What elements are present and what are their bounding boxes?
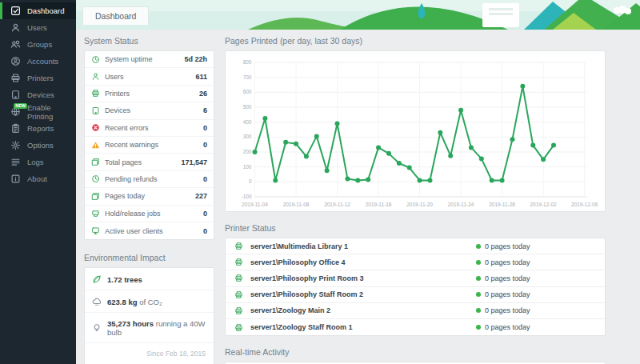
- chart-heading: Pages Printed (per day, last 30 days): [225, 36, 606, 46]
- app-window: DashboardUsersGroupsAccountsPrintersDevi…: [0, 0, 640, 364]
- status-value: 0: [203, 124, 207, 132]
- printer-name: server1\Multimedia Library 1: [250, 242, 469, 250]
- printer-pages-today: 0 pages today: [485, 323, 530, 331]
- status-row-users: Users611: [85, 68, 214, 85]
- sidebar-item-printers[interactable]: Printers: [0, 70, 76, 86]
- printer-icon: [91, 89, 100, 98]
- dashboard-icon: [10, 6, 21, 16]
- main-content: System Status System uptime5d 22hUsers61…: [76, 30, 640, 364]
- printer-icon: [234, 306, 243, 315]
- printer-pages-today: 0 pages today: [485, 306, 530, 314]
- svg-text:400: 400: [243, 119, 252, 125]
- status-row-printers: Printers26: [85, 86, 214, 102]
- status-label: Hold/release jobs: [105, 210, 198, 218]
- leaf-icon: [92, 274, 102, 284]
- status-value: 0: [203, 175, 207, 183]
- svg-text:0: 0: [249, 178, 252, 184]
- pages-icon: [91, 192, 100, 201]
- status-row-recent-errors: Recent errors0: [85, 120, 214, 137]
- system-status-heading: System Status: [84, 36, 214, 46]
- status-row-active-user-clients: Active user clients0: [85, 222, 214, 239]
- about-icon: [10, 174, 21, 184]
- printer-row-server1-zoology-main-2[interactable]: server1\Zoology Main 20 pages today: [226, 303, 605, 319]
- hold-jobs-icon: [91, 209, 100, 218]
- printer-online-dot: [476, 276, 481, 281]
- environmental-impact-panel: 1.72 trees623.8 kg of CO₂35,273 hours ru…: [84, 267, 214, 364]
- printer-online-dot: [476, 292, 481, 297]
- logs-icon: [10, 157, 21, 167]
- status-label: Recent errors: [105, 124, 198, 132]
- environmental-impact-heading: Environmental Impact: [84, 253, 214, 262]
- sidebar-item-enable-printing[interactable]: NEWEnable Printing: [0, 103, 76, 120]
- bulb-icon: [92, 323, 102, 333]
- sidebar-item-groups[interactable]: Groups: [0, 36, 76, 53]
- device-icon: [91, 106, 100, 115]
- error-icon: [91, 123, 100, 132]
- system-status-panel: System uptime5d 22hUsers611Printers26Dev…: [84, 50, 214, 240]
- pages-icon: [91, 158, 100, 166]
- printer-online-dot: [476, 260, 481, 265]
- printer-icon: [234, 242, 243, 250]
- printer-name: server1\Zoology Staff Room 1: [250, 323, 469, 331]
- printer-status-heading: Printer Status: [225, 223, 606, 233]
- reports-icon: [10, 123, 21, 134]
- refund-clock-icon: [91, 174, 100, 183]
- sidebar-item-label: Printers: [27, 74, 54, 82]
- sidebar-item-options[interactable]: Options: [0, 137, 76, 154]
- env-row-35-273-hours: 35,273 hours running a 40W bulb: [85, 313, 214, 343]
- env-row-623-8-kg: 623.8 kg of CO₂: [85, 290, 214, 313]
- svg-text:600: 600: [243, 89, 252, 94]
- svg-text:2019-11-12: 2019-11-12: [324, 202, 350, 207]
- printer-name: server1\Philosophy Office 4: [250, 258, 469, 266]
- svg-text:2019-11-28: 2019-11-28: [489, 202, 515, 207]
- sidebar-item-devices[interactable]: Devices: [0, 86, 76, 103]
- new-badge: NEW: [14, 103, 27, 109]
- sidebar-item-about[interactable]: About: [0, 170, 76, 187]
- status-label: System uptime: [105, 55, 179, 63]
- status-row-system-uptime: System uptime5d 22h: [85, 51, 214, 68]
- status-value: 0: [203, 141, 207, 149]
- warning-icon: [91, 141, 100, 150]
- svg-text:2019-12-02: 2019-12-02: [530, 202, 557, 207]
- printer-row-server1-zoology-staff-room-1[interactable]: server1\Zoology Staff Room 10 pages toda…: [226, 319, 605, 335]
- status-value: 0: [203, 227, 207, 235]
- sidebar: DashboardUsersGroupsAccountsPrintersDevi…: [0, 0, 76, 364]
- svg-text:500: 500: [243, 104, 252, 110]
- sidebar-item-dashboard[interactable]: Dashboard: [0, 2, 76, 19]
- banner-illustration: [76, 0, 640, 30]
- status-label: Active user clients: [105, 227, 198, 235]
- svg-text:2019-12-06: 2019-12-06: [571, 202, 598, 207]
- env-row-1-72-trees: 1.72 trees: [85, 268, 214, 290]
- printer-name: server1\Philosophy Staff Room 2: [250, 290, 469, 298]
- svg-text:2019-11-20: 2019-11-20: [406, 202, 433, 207]
- env-text: 623.8 kg of CO₂: [107, 298, 162, 306]
- sidebar-item-users[interactable]: Users: [0, 19, 76, 36]
- printer-row-server1-multimedia-library-1[interactable]: server1\Multimedia Library 10 pages toda…: [226, 238, 605, 254]
- printer-name: server1\Zoology Main 2: [250, 306, 469, 314]
- svg-text:-100: -100: [241, 194, 251, 199]
- tab-dashboard[interactable]: Dashboard: [82, 6, 149, 25]
- status-value: 171,547: [181, 158, 207, 166]
- svg-text:2019-11-08: 2019-11-08: [283, 202, 310, 207]
- realtime-activity-heading: Real-time Activity: [225, 347, 606, 357]
- printer-row-server1-philosophy-staff-room-2[interactable]: server1\Philosophy Staff Room 20 pages t…: [226, 287, 605, 303]
- uptime-clock-icon: [91, 55, 100, 64]
- status-label: Total pages: [105, 158, 176, 166]
- status-label: Users: [105, 73, 190, 81]
- sidebar-item-label: Logs: [27, 158, 44, 166]
- sidebar-item-accounts[interactable]: Accounts: [0, 53, 76, 70]
- env-text: 35,273 hours running a 40W bulb: [107, 319, 206, 337]
- clients-icon: [91, 226, 100, 235]
- sidebar-item-reports[interactable]: Reports: [0, 120, 76, 137]
- printer-name: server1\Philosophy Print Room 3: [250, 274, 469, 282]
- sidebar-item-label: Accounts: [27, 57, 58, 66]
- co2-icon: [92, 297, 102, 306]
- printer-row-server1-philosophy-office-4[interactable]: server1\Philosophy Office 40 pages today: [226, 254, 605, 270]
- groups-icon: [10, 39, 21, 50]
- svg-text:100: 100: [243, 164, 252, 170]
- sidebar-item-label: Enable Printing: [27, 103, 76, 121]
- sidebar-item-logs[interactable]: Logs: [0, 154, 76, 170]
- sidebar-item-label: Users: [27, 23, 47, 32]
- pages-printed-chart-panel: 8007006005004003002001000-1002019-11-042…: [225, 50, 606, 212]
- printer-row-server1-philosophy-print-room-3[interactable]: server1\Philosophy Print Room 30 pages t…: [226, 270, 605, 286]
